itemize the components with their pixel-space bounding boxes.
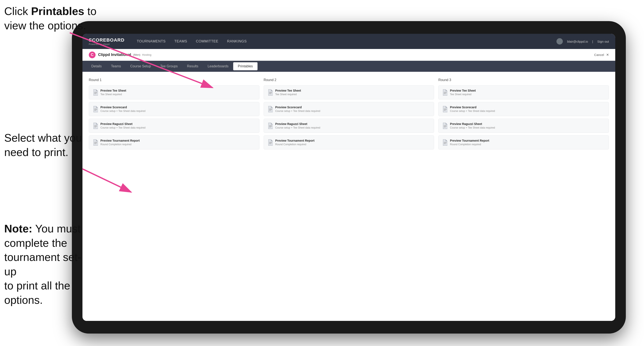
round1-tee-sheet-sub: Tee Sheet required <box>100 93 126 96</box>
round2-tournament-report-title: Preview Tournament Report <box>275 139 314 142</box>
round-3-label: Round 3 <box>438 78 609 82</box>
printables-bold: Printables <box>31 5 84 17</box>
round-2-label: Round 2 <box>264 78 434 82</box>
round3-raguzzi-card[interactable]: Preview Raguzzi Sheet Course setup + Tee… <box>438 119 609 133</box>
round3-tournament-report-info: Preview Tournament Report Round Completi… <box>450 139 489 146</box>
tab-leaderboards[interactable]: Leaderboards <box>203 62 233 70</box>
round1-tee-sheet-info: Preview Tee Sheet Tee Sheet required <box>100 89 126 96</box>
user-email: blair@clippd.io <box>567 40 588 43</box>
tournament-hosting: Hosting <box>142 53 152 56</box>
top-nav-right: blair@clippd.io | Sign out <box>556 38 609 44</box>
round2-scorecard-sub: Course setup + Tee Sheet data required <box>275 110 320 113</box>
cancel-button[interactable]: Cancel <box>594 53 604 57</box>
scoreboard-title: SCOREBOARD <box>89 37 124 43</box>
round3-tee-sheet-card[interactable]: Preview Tee Sheet Tee Sheet required <box>438 85 609 99</box>
round1-tournament-report-sub: Round Completion required <box>100 143 140 146</box>
doc-icon-r3-3 <box>442 123 447 129</box>
tab-details[interactable]: Details <box>87 62 106 70</box>
round-2-column: Round 2 Preview Tee Sheet Tee Sheet requ… <box>264 78 434 152</box>
round3-scorecard-title: Preview Scorecard <box>450 106 495 109</box>
round-3-column: Round 3 Preview Tee Sheet Tee Sheet requ… <box>438 78 609 152</box>
round2-tournament-report-card[interactable]: Preview Tournament Report Round Completi… <box>264 135 434 150</box>
round1-scorecard-title: Preview Scorecard <box>100 106 146 109</box>
round1-scorecard-sub: Course setup + Tee Sheet data required <box>100 110 146 113</box>
round2-scorecard-info: Preview Scorecard Course setup + Tee She… <box>275 106 320 113</box>
round-1-column: Round 1 <box>89 78 260 152</box>
round1-tournament-report-card[interactable]: Preview Tournament Report Round Completi… <box>89 135 260 150</box>
doc-icon-r3-2 <box>442 106 447 112</box>
sign-out-link[interactable]: Sign out <box>597 40 609 43</box>
round2-raguzzi-sub: Course setup + Tee Sheet data required <box>275 126 320 129</box>
doc-icon-r2-1 <box>268 89 273 96</box>
round3-tournament-report-sub: Round Completion required <box>450 143 489 146</box>
round3-raguzzi-title: Preview Raguzzi Sheet <box>450 122 495 126</box>
round2-tee-sheet-sub: Tee Sheet required <box>275 93 301 96</box>
round1-raguzzi-info: Preview Raguzzi Sheet Course setup + Tee… <box>100 122 146 129</box>
round2-tournament-report-info: Preview Tournament Report Round Completi… <box>275 139 314 146</box>
round3-raguzzi-sub: Course setup + Tee Sheet data required <box>450 126 495 129</box>
round2-tee-sheet-card[interactable]: Preview Tee Sheet Tee Sheet required <box>264 85 434 99</box>
tournament-logo: C <box>89 51 96 58</box>
instruction-bottom: Note: You mustcomplete thetournament set… <box>4 222 87 307</box>
round3-raguzzi-info: Preview Raguzzi Sheet Course setup + Tee… <box>450 122 495 129</box>
doc-icon-4 <box>93 139 98 146</box>
nav-teams[interactable]: TEAMS <box>170 38 191 45</box>
round3-scorecard-info: Preview Scorecard Course setup + Tee She… <box>450 106 495 113</box>
nav-committee[interactable]: COMMITTEE <box>192 38 222 45</box>
instruction-middle: Select what youneed to print. <box>4 131 82 159</box>
round2-tournament-report-sub: Round Completion required <box>275 143 314 146</box>
tab-tee-groups[interactable]: Tee Groups <box>156 62 182 70</box>
cancel-x[interactable]: ✕ <box>606 53 609 57</box>
doc-icon-r2-3 <box>268 123 273 129</box>
round1-raguzzi-sub: Course setup + Tee Sheet data required <box>100 126 146 129</box>
doc-icon <box>93 89 98 96</box>
round3-tournament-report-card[interactable]: Preview Tournament Report Round Completi… <box>438 135 609 150</box>
tournament-badge: (Men) <box>133 53 140 56</box>
instruction-top: Click Printables toview the options. <box>4 4 96 33</box>
round1-scorecard-card[interactable]: Preview Scorecard Course setup + Tee She… <box>89 102 260 116</box>
rounds-grid: Round 1 <box>89 78 609 152</box>
tablet-screen: SCOREBOARD Powered by clippd TOURNAMENTS… <box>82 34 615 321</box>
doc-icon-r2-4 <box>268 139 273 146</box>
round1-tee-sheet-title: Preview Tee Sheet <box>100 89 126 92</box>
round3-tee-sheet-title: Preview Tee Sheet <box>450 89 476 92</box>
round3-tee-sheet-sub: Tee Sheet required <box>450 93 476 96</box>
round2-raguzzi-title: Preview Raguzzi Sheet <box>275 122 320 126</box>
doc-icon-2 <box>93 106 98 112</box>
round2-raguzzi-info: Preview Raguzzi Sheet Course setup + Tee… <box>275 122 320 129</box>
tab-bar: Details Teams Course Setup Tee Groups Re… <box>82 61 615 72</box>
top-nav: SCOREBOARD Powered by clippd TOURNAMENTS… <box>82 34 615 49</box>
user-avatar <box>556 38 563 44</box>
note-bold: Note: <box>4 222 32 235</box>
tab-results[interactable]: Results <box>182 62 203 70</box>
tab-printables[interactable]: Printables <box>233 62 258 70</box>
round2-scorecard-card[interactable]: Preview Scorecard Course setup + Tee She… <box>264 102 434 116</box>
round2-raguzzi-card[interactable]: Preview Raguzzi Sheet Course setup + Tee… <box>264 119 434 133</box>
tablet-frame: SCOREBOARD Powered by clippd TOURNAMENTS… <box>72 21 626 334</box>
sub-header: C Clippd Invitational (Men) Hosting Canc… <box>82 49 615 61</box>
top-nav-links: TOURNAMENTS TEAMS COMMITTEE RANKINGS <box>133 38 557 45</box>
doc-icon-r2-2 <box>268 106 273 112</box>
doc-icon-r3-4 <box>442 139 447 146</box>
doc-icon-3 <box>93 123 98 129</box>
round1-scorecard-info: Preview Scorecard Course setup + Tee She… <box>100 106 146 113</box>
tab-teams[interactable]: Teams <box>106 62 126 70</box>
tournament-name: Clippd Invitational <box>98 53 131 57</box>
round1-raguzzi-card[interactable]: Preview Raguzzi Sheet Course setup + Tee… <box>89 119 260 133</box>
round1-tee-sheet-card[interactable]: Preview Tee Sheet Tee Sheet required <box>89 85 260 99</box>
round3-tournament-report-title: Preview Tournament Report <box>450 139 489 142</box>
main-content: Round 1 <box>82 72 615 321</box>
scoreboard-logo: SCOREBOARD Powered by clippd <box>89 37 124 45</box>
nav-rankings[interactable]: RANKINGS <box>223 38 250 45</box>
round2-tee-sheet-title: Preview Tee Sheet <box>275 89 301 92</box>
tab-course-setup[interactable]: Course Setup <box>126 62 156 70</box>
doc-icon-r3-1 <box>442 89 447 96</box>
round3-tee-sheet-info: Preview Tee Sheet Tee Sheet required <box>450 89 476 96</box>
round1-raguzzi-title: Preview Raguzzi Sheet <box>100 122 146 126</box>
nav-tournaments[interactable]: TOURNAMENTS <box>133 38 169 45</box>
round2-scorecard-title: Preview Scorecard <box>275 106 320 109</box>
round3-scorecard-card[interactable]: Preview Scorecard Course setup + Tee She… <box>438 102 609 116</box>
round3-scorecard-sub: Course setup + Tee Sheet data required <box>450 110 495 113</box>
sub-header-right: Cancel ✕ <box>594 53 609 57</box>
round1-tournament-report-info: Preview Tournament Report Round Completi… <box>100 139 140 146</box>
